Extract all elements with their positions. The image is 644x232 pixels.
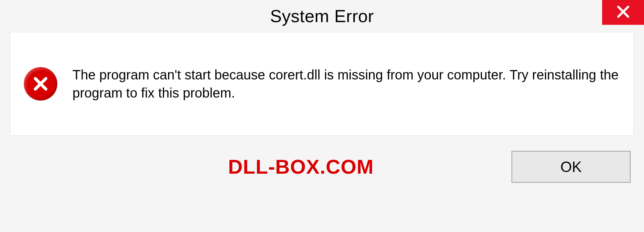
dialog-title: System Error (270, 6, 374, 26)
footer: DLL-BOX.COM OK (0, 151, 644, 183)
content-area: The program can't start because corert.d… (10, 32, 634, 136)
close-icon (616, 4, 631, 20)
close-button[interactable] (602, 0, 644, 25)
error-message: The program can't start because corert.d… (72, 66, 620, 102)
error-icon (24, 67, 57, 101)
watermark-text: DLL-BOX.COM (13, 155, 374, 178)
ok-button[interactable]: OK (512, 151, 631, 183)
titlebar: System Error (0, 0, 644, 32)
error-dialog: System Error The program can't start bec… (0, 0, 644, 232)
